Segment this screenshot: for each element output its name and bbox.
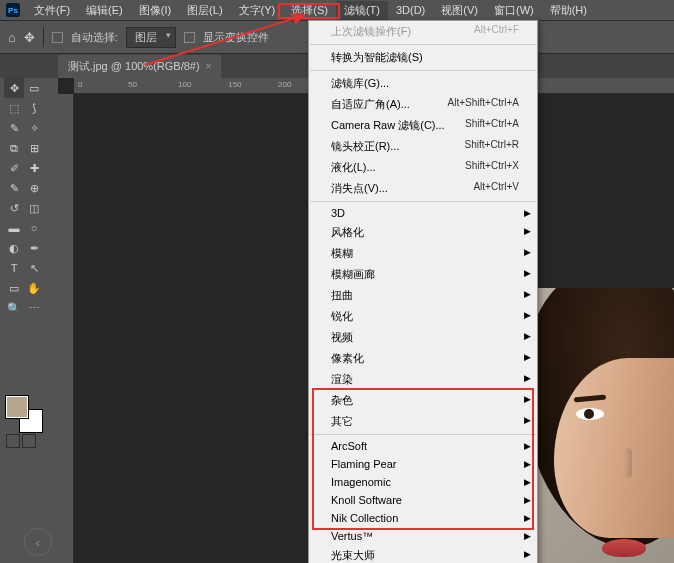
show-transform-label: 显示变换控件 bbox=[203, 30, 269, 45]
lasso-tool[interactable]: ⟆ bbox=[24, 98, 44, 118]
ruler-tick: 150 bbox=[228, 80, 241, 89]
eyedropper-tool[interactable]: ✐ bbox=[4, 158, 24, 178]
marquee-tool[interactable]: ⬚ bbox=[4, 98, 24, 118]
menu-edit[interactable]: 编辑(E) bbox=[78, 1, 131, 20]
toolbox: ✥ ▭ ⬚ ⟆ ✎ ✧ ⧉ ⊞ ✐ ✚ ✎ ⊕ ↺ ◫ ▬ ○ ◐ ✒ T ↖ … bbox=[4, 78, 44, 318]
stamp-tool[interactable]: ⊕ bbox=[24, 178, 44, 198]
crop-tool[interactable]: ⧉ bbox=[4, 138, 24, 158]
artboard-tool[interactable]: ▭ bbox=[24, 78, 44, 98]
dodge-tool[interactable]: ◐ bbox=[4, 238, 24, 258]
eraser-tool[interactable]: ◫ bbox=[24, 198, 44, 218]
menu-item-imagenomic[interactable]: Imagenomic▶ bbox=[309, 473, 537, 491]
menu-filter[interactable]: 滤镜(T) bbox=[336, 1, 388, 20]
tab-title: 测试.jpg @ 100%(RGB/8#) bbox=[68, 59, 200, 74]
mask-mode bbox=[6, 434, 36, 448]
hand-tool[interactable]: ✋ bbox=[24, 278, 44, 298]
menu-view[interactable]: 视图(V) bbox=[433, 1, 486, 20]
menu-item-liquify[interactable]: 液化(L)...Shift+Ctrl+X bbox=[309, 157, 537, 178]
show-transform-checkbox[interactable] bbox=[184, 32, 195, 43]
brush-tool[interactable]: ✎ bbox=[4, 178, 24, 198]
menu-item-pixelate[interactable]: 像素化▶ bbox=[309, 348, 537, 369]
menu-item-3d[interactable]: 3D▶ bbox=[309, 204, 537, 222]
ruler-tick: 200 bbox=[278, 80, 291, 89]
ruler-tick: 0 bbox=[78, 80, 82, 89]
blur-tool[interactable]: ○ bbox=[24, 218, 44, 238]
ruler-tick: 50 bbox=[128, 80, 137, 89]
align-icon[interactable] bbox=[283, 29, 299, 45]
menu-item-stylize[interactable]: 风格化▶ bbox=[309, 222, 537, 243]
ruler-tick: 100 bbox=[178, 80, 191, 89]
menu-item-lens-correction[interactable]: 镜头校正(R)...Shift+Ctrl+R bbox=[309, 136, 537, 157]
filter-menu-dropdown: 上次滤镜操作(F)Alt+Ctrl+F 转换为智能滤镜(S) 滤镜库(G)...… bbox=[308, 20, 538, 563]
foreground-color[interactable] bbox=[6, 396, 28, 418]
vertical-ruler bbox=[58, 94, 74, 563]
menu-file[interactable]: 文件(F) bbox=[26, 1, 78, 20]
menu-item-smart-filter[interactable]: 转换为智能滤镜(S) bbox=[309, 47, 537, 68]
menu-item-nik[interactable]: Nik Collection▶ bbox=[309, 509, 537, 527]
quick-select-tool[interactable]: ✎ bbox=[4, 118, 24, 138]
menu-select[interactable]: 选择(S) bbox=[283, 1, 336, 20]
menu-item-render[interactable]: 渲染▶ bbox=[309, 369, 537, 390]
menu-help[interactable]: 帮助(H) bbox=[542, 1, 595, 20]
menu-item-camera-raw[interactable]: Camera Raw 滤镜(C)...Shift+Ctrl+A bbox=[309, 115, 537, 136]
menu-bar: Ps 文件(F) 编辑(E) 图像(I) 图层(L) 文字(Y) 选择(S) 滤… bbox=[0, 0, 674, 20]
menu-type[interactable]: 文字(Y) bbox=[231, 1, 284, 20]
close-icon[interactable]: × bbox=[206, 61, 212, 72]
menu-3d[interactable]: 3D(D) bbox=[388, 2, 433, 18]
menu-item-vertus[interactable]: Vertus™▶ bbox=[309, 527, 537, 545]
menu-item-last-filter[interactable]: 上次滤镜操作(F)Alt+Ctrl+F bbox=[309, 21, 537, 42]
menu-layer[interactable]: 图层(L) bbox=[179, 1, 230, 20]
auto-select-checkbox[interactable] bbox=[52, 32, 63, 43]
menu-item-flaming-pear[interactable]: Flaming Pear▶ bbox=[309, 455, 537, 473]
menu-item-blur[interactable]: 模糊▶ bbox=[309, 243, 537, 264]
menu-item-knoll[interactable]: Knoll Software▶ bbox=[309, 491, 537, 509]
standard-mode[interactable] bbox=[6, 434, 20, 448]
color-swatches[interactable] bbox=[6, 396, 42, 432]
auto-select-label: 自动选择: bbox=[71, 30, 118, 45]
menu-item-light-beam[interactable]: 光束大师▶ bbox=[309, 545, 537, 563]
move-tool-icon: ✥ bbox=[24, 30, 35, 45]
pen-tool[interactable]: ✒ bbox=[24, 238, 44, 258]
menu-item-blur-gallery[interactable]: 模糊画廊▶ bbox=[309, 264, 537, 285]
magic-wand-tool[interactable]: ✧ bbox=[24, 118, 44, 138]
gradient-tool[interactable]: ▬ bbox=[4, 218, 24, 238]
shape-tool[interactable]: ▭ bbox=[4, 278, 24, 298]
menu-item-sharpen[interactable]: 锐化▶ bbox=[309, 306, 537, 327]
menu-item-adaptive-wide[interactable]: 自适应广角(A)...Alt+Shift+Ctrl+A bbox=[309, 94, 537, 115]
document-tab[interactable]: 测试.jpg @ 100%(RGB/8#) × bbox=[58, 55, 221, 78]
menu-item-video[interactable]: 视频▶ bbox=[309, 327, 537, 348]
menu-item-noise[interactable]: 杂色▶ bbox=[309, 390, 537, 411]
edit-toolbar[interactable]: ⋯ bbox=[24, 298, 44, 318]
history-brush-tool[interactable]: ↺ bbox=[4, 198, 24, 218]
menu-item-other[interactable]: 其它▶ bbox=[309, 411, 537, 432]
menu-item-vanishing-point[interactable]: 消失点(V)...Alt+Ctrl+V bbox=[309, 178, 537, 199]
quick-mask-mode[interactable] bbox=[22, 434, 36, 448]
frame-tool[interactable]: ⊞ bbox=[24, 138, 44, 158]
menu-item-filter-gallery[interactable]: 滤镜库(G)... bbox=[309, 73, 537, 94]
app-icon: Ps bbox=[6, 3, 20, 17]
menu-item-arcsoft[interactable]: ArcSoft▶ bbox=[309, 437, 537, 455]
menu-item-distort[interactable]: 扭曲▶ bbox=[309, 285, 537, 306]
move-tool[interactable]: ✥ bbox=[4, 78, 24, 98]
menu-window[interactable]: 窗口(W) bbox=[486, 1, 542, 20]
menu-image[interactable]: 图像(I) bbox=[131, 1, 179, 20]
collapse-button[interactable]: ‹ bbox=[24, 528, 52, 556]
path-tool[interactable]: ↖ bbox=[24, 258, 44, 278]
zoom-tool[interactable]: 🔍 bbox=[4, 298, 24, 318]
heal-tool[interactable]: ✚ bbox=[24, 158, 44, 178]
home-icon[interactable]: ⌂ bbox=[8, 30, 16, 45]
type-tool[interactable]: T bbox=[4, 258, 24, 278]
layer-dropdown[interactable]: 图层 bbox=[126, 27, 176, 48]
